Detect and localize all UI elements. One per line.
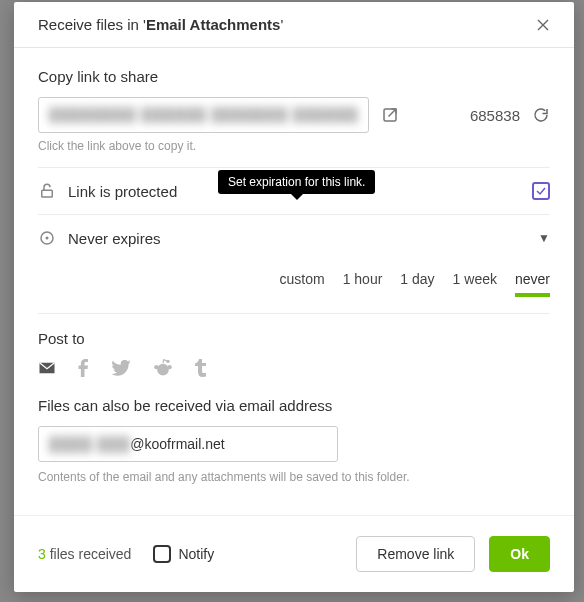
- receive-email-input[interactable]: ████ ███@koofrmail.net: [38, 426, 338, 462]
- svg-point-5: [157, 364, 169, 376]
- expire-1hour[interactable]: 1 hour: [343, 271, 383, 297]
- checkbox-icon: [153, 545, 171, 563]
- expire-custom[interactable]: custom: [280, 271, 325, 297]
- post-to-title: Post to: [38, 330, 550, 347]
- svg-point-7: [168, 365, 172, 369]
- expiration-row[interactable]: Never expires ▼: [38, 214, 550, 261]
- remove-link-button[interactable]: Remove link: [356, 536, 475, 572]
- svg-rect-1: [42, 190, 53, 197]
- expire-1day[interactable]: 1 day: [400, 271, 434, 297]
- modal-footer: 3 files received Notify Remove link Ok: [14, 515, 574, 592]
- lock-icon: [38, 182, 68, 200]
- reddit-icon[interactable]: [153, 359, 173, 377]
- expiration-label: Never expires: [68, 230, 538, 247]
- chevron-down-icon[interactable]: ▼: [538, 231, 550, 245]
- svg-point-3: [46, 237, 49, 240]
- protection-checkbox[interactable]: [532, 182, 550, 200]
- twitter-icon[interactable]: [111, 359, 131, 377]
- share-link-input[interactable]: ████████ ██████ ███████ ██████: [38, 97, 369, 133]
- expire-1week[interactable]: 1 week: [453, 271, 497, 297]
- copy-link-title: Copy link to share: [38, 68, 550, 85]
- modal-title: Receive files in 'Email Attachments': [38, 16, 283, 33]
- link-row: ████████ ██████ ███████ ██████ 685838: [38, 97, 550, 133]
- modal-body: Copy link to share ████████ ██████ █████…: [14, 48, 574, 515]
- share-modal: Receive files in 'Email Attachments' Cop…: [14, 2, 574, 592]
- timer-icon: [38, 229, 68, 247]
- files-received: 3 files received: [38, 546, 131, 562]
- expire-never[interactable]: never: [515, 271, 550, 297]
- svg-point-6: [154, 365, 158, 369]
- email-title: Files can also be received via email add…: [38, 397, 550, 414]
- social-row: [38, 359, 550, 377]
- notify-label: Notify: [178, 546, 214, 562]
- ok-button[interactable]: Ok: [489, 536, 550, 572]
- share-code: 685838: [470, 107, 520, 124]
- protection-row: Link is protected Set expiration for thi…: [38, 167, 550, 214]
- tumblr-icon[interactable]: [195, 359, 207, 377]
- close-icon[interactable]: [536, 18, 550, 32]
- modal-header: Receive files in 'Email Attachments': [14, 2, 574, 48]
- copy-hint: Click the link above to copy it.: [38, 139, 550, 153]
- notify-checkbox[interactable]: Notify: [153, 545, 214, 563]
- facebook-icon[interactable]: [78, 359, 89, 377]
- open-external-icon[interactable]: [381, 106, 399, 124]
- expiration-tooltip: Set expiration for this link.: [218, 170, 375, 194]
- mail-icon[interactable]: [38, 359, 56, 377]
- refresh-icon[interactable]: [532, 106, 550, 124]
- expiration-options: custom 1 hour 1 day 1 week never: [38, 261, 550, 313]
- email-hint: Contents of the email and any attachment…: [38, 470, 550, 484]
